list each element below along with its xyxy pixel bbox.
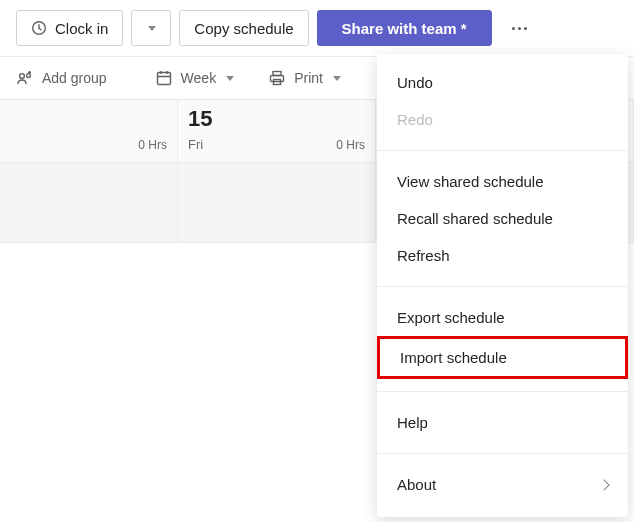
view-label: Week [181,70,217,86]
menu-view-shared-label: View shared schedule [397,173,543,190]
menu-separator [377,453,628,454]
ellipsis-icon [512,27,515,30]
menu-separator [377,286,628,287]
chevron-down-icon [333,76,341,81]
calendar-summary-col: 0 Hrs [0,100,178,162]
menu-import-label: Import schedule [400,349,507,366]
clock-in-split-button[interactable] [131,10,171,46]
calendar-icon [155,69,173,87]
clock-in-button[interactable]: Clock in [16,10,123,46]
menu-view-shared-schedule[interactable]: View shared schedule [377,163,628,200]
print-dropdown[interactable]: Print [268,69,341,87]
svg-rect-5 [271,76,284,82]
share-with-team-button[interactable]: Share with team * [317,10,492,46]
day-name: Fri [188,137,203,152]
menu-separator [377,150,628,151]
menu-refresh-label: Refresh [397,247,450,264]
more-options-menu: Undo Redo View shared schedule Recall sh… [377,54,628,517]
menu-about[interactable]: About [377,466,628,503]
menu-export-schedule[interactable]: Export schedule [377,299,628,336]
clock-in-label: Clock in [55,20,108,37]
top-toolbar: Clock in Copy schedule Share with team * [0,0,634,56]
printer-icon [268,69,286,87]
menu-help-label: Help [397,414,428,431]
menu-help[interactable]: Help [377,404,628,441]
add-group-icon [16,69,34,87]
menu-undo[interactable]: Undo [377,64,628,101]
menu-recall-shared-label: Recall shared schedule [397,210,553,227]
chevron-down-icon [148,26,156,31]
menu-about-label: About [397,476,436,493]
calendar-cell[interactable] [0,163,178,242]
menu-redo[interactable]: Redo [377,101,628,138]
print-label: Print [294,70,323,86]
menu-redo-label: Redo [397,111,433,128]
add-group-label: Add group [42,70,107,86]
menu-recall-shared-schedule[interactable]: Recall shared schedule [377,200,628,237]
calendar-cell[interactable] [178,163,376,242]
chevron-right-icon [598,479,609,490]
calendar-day-col[interactable]: 15 Fri 0 Hrs [178,100,376,162]
hours-label: 0 Hrs [138,138,167,152]
menu-undo-label: Undo [397,74,433,91]
share-with-team-label: Share with team * [342,20,467,37]
copy-schedule-button[interactable]: Copy schedule [179,10,308,46]
svg-rect-3 [157,73,170,85]
svg-point-2 [27,74,31,78]
menu-import-schedule[interactable]: Import schedule [377,336,628,379]
chevron-down-icon [226,76,234,81]
add-group-button[interactable]: Add group [16,69,107,87]
menu-export-label: Export schedule [397,309,505,326]
menu-separator [377,391,628,392]
day-number: 15 [188,106,212,132]
menu-refresh[interactable]: Refresh [377,237,628,274]
copy-schedule-label: Copy schedule [194,20,293,37]
clock-icon [31,20,47,36]
hours-label: 0 Hrs [336,138,365,152]
svg-point-1 [20,74,25,79]
more-options-button[interactable] [500,10,540,46]
view-dropdown[interactable]: Week [155,69,235,87]
